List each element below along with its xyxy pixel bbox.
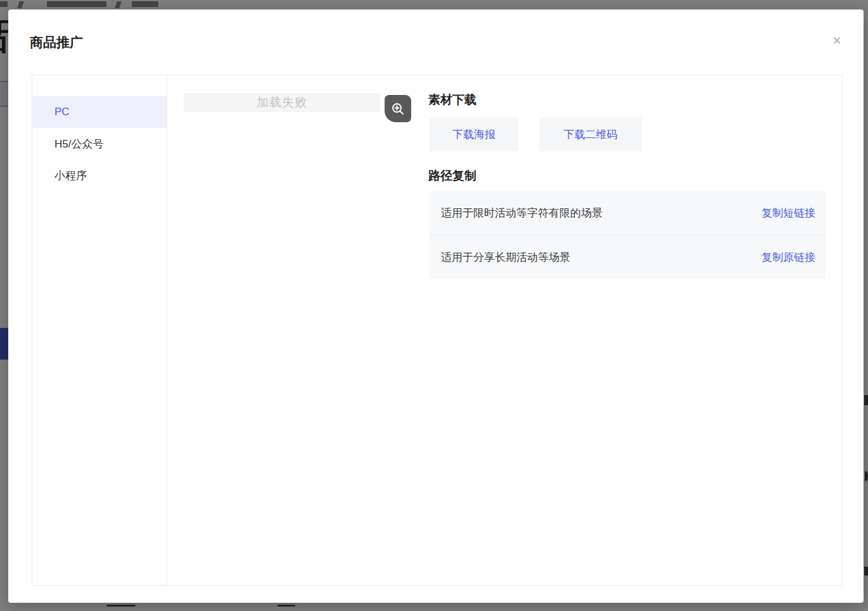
copy-short-link[interactable]: 复制短链接	[762, 206, 815, 220]
material-download-heading: 素材下载	[428, 92, 476, 108]
poster-load-failed-placeholder: 加载失败	[184, 93, 380, 112]
tab-mini-program[interactable]: 小程序	[32, 160, 167, 191]
product-promotion-dialog: 商品推广 × PC H5/公众号 小程序 加载失败 素材下载	[8, 9, 864, 603]
load-failed-text: 加载失败	[257, 94, 307, 111]
original-link-description: 适用于分享长期活动等场景	[441, 250, 570, 265]
path-copy-heading: 路径复制	[428, 168, 476, 184]
download-qrcode-button[interactable]: 下载二维码	[539, 118, 642, 151]
zoom-in-magnifier-icon	[390, 101, 405, 117]
copy-original-link[interactable]: 复制原链接	[762, 250, 815, 265]
tab-label: H5/公众号	[54, 137, 103, 151]
tab-label: PC	[54, 106, 70, 118]
preview-zoom-button[interactable]	[385, 95, 411, 122]
dialog-title: 商品推广	[30, 34, 83, 51]
short-link-row: 适用于限时活动等字符有限的场景 复制短链接	[430, 191, 826, 235]
tab-pc[interactable]: PC	[32, 96, 167, 128]
tab-h5-official-account[interactable]: H5/公众号	[32, 128, 167, 160]
channel-tabs-sidebar: PC H5/公众号 小程序	[32, 75, 167, 585]
short-link-description: 适用于限时活动等字符有限的场景	[441, 206, 603, 220]
path-copy-panel: 适用于限时活动等字符有限的场景 复制短链接 适用于分享长期活动等场景 复制原链接	[430, 191, 826, 279]
dialog-body-panel: PC H5/公众号 小程序	[32, 75, 843, 586]
tab-label: 小程序	[54, 168, 87, 183]
close-icon[interactable]: ×	[829, 32, 845, 49]
original-link-row: 适用于分享长期活动等场景 复制原链接	[430, 235, 826, 279]
download-poster-button[interactable]: 下载海报	[430, 118, 518, 151]
